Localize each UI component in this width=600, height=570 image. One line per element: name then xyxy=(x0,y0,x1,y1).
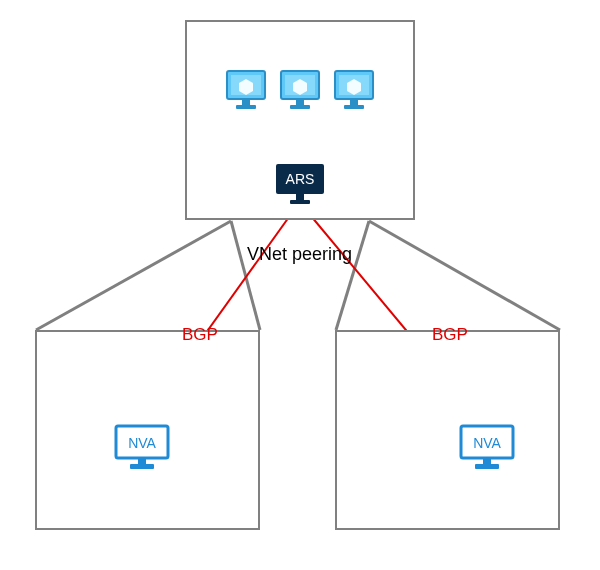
vnet-peering-label: VNet peering xyxy=(247,244,352,265)
svg-rect-19 xyxy=(296,194,304,200)
nva-label: NVA xyxy=(473,435,501,451)
svg-rect-13 xyxy=(290,105,310,109)
vm-icon xyxy=(331,67,377,113)
ars-label: ARS xyxy=(286,171,315,187)
vm-icon xyxy=(277,67,323,113)
svg-rect-17 xyxy=(344,105,364,109)
bgp-label-right: BGP xyxy=(432,325,468,345)
nva-label: NVA xyxy=(128,435,156,451)
svg-rect-26 xyxy=(475,464,499,469)
svg-line-3 xyxy=(369,221,560,330)
nva-icon: NVA xyxy=(457,424,517,472)
spoke-right-vnet-box: NVA xyxy=(335,330,560,530)
svg-rect-23 xyxy=(130,464,154,469)
ars-icon: ARS xyxy=(272,162,328,206)
svg-line-0 xyxy=(36,221,231,330)
svg-rect-20 xyxy=(290,200,310,204)
svg-rect-22 xyxy=(138,458,146,464)
svg-line-1 xyxy=(231,221,260,330)
svg-rect-12 xyxy=(296,99,304,105)
svg-rect-16 xyxy=(350,99,358,105)
svg-rect-8 xyxy=(242,99,250,105)
nva-node-right: NVA xyxy=(457,424,517,472)
bgp-label-left: BGP xyxy=(182,325,218,345)
hub-vnet-box: ARS xyxy=(185,20,415,220)
vm-row xyxy=(187,67,413,113)
vm-icon xyxy=(223,67,269,113)
nva-icon: NVA xyxy=(112,424,172,472)
spoke-left-vnet-box: NVA xyxy=(35,330,260,530)
ars-node: ARS xyxy=(272,162,328,206)
nva-node-left: NVA xyxy=(112,424,172,472)
svg-rect-25 xyxy=(483,458,491,464)
svg-line-2 xyxy=(336,221,369,330)
svg-rect-9 xyxy=(236,105,256,109)
